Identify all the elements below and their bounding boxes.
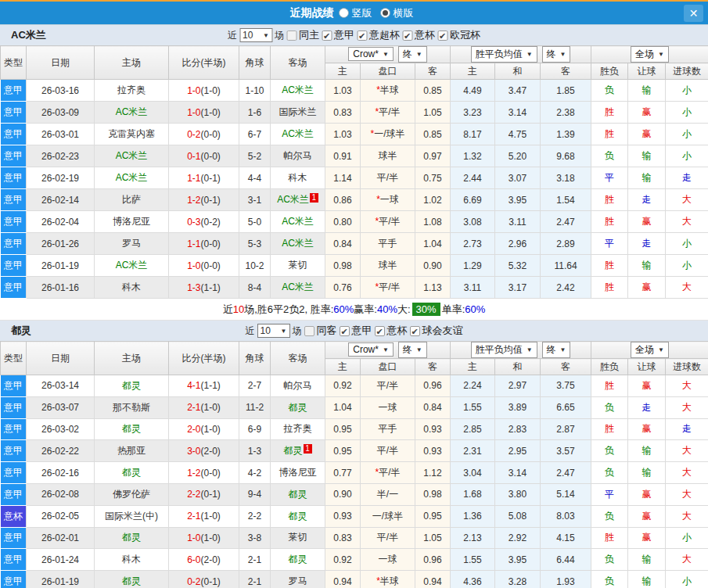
same-venue-checkbox[interactable] [286, 30, 296, 41]
team-link[interactable]: 帕尔马 [284, 380, 312, 391]
near-label: 近 [246, 324, 255, 338]
league-filter-checkbox[interactable]: ✔ [410, 326, 420, 336]
close-button[interactable]: ✕ [684, 5, 703, 22]
euro-avg-select-label: 胜平负均值 [476, 48, 523, 61]
asia-home-odds-cell: 0.92 [325, 549, 361, 571]
team-link[interactable]: 佛罗伦萨 [113, 489, 150, 500]
team-link[interactable]: 克雷莫内塞 [108, 128, 155, 139]
team-link[interactable]: 都灵 [289, 489, 307, 500]
league-filter-label[interactable]: 欧冠杯 [450, 28, 480, 42]
horizontal-layout-label[interactable]: 横版 [394, 6, 414, 20]
horizontal-layout-radio[interactable] [380, 8, 390, 18]
team-link[interactable]: 莱切 [289, 532, 307, 543]
team-link[interactable]: 都灵 [284, 445, 303, 456]
team-link[interactable]: 博洛尼亚 [279, 467, 317, 478]
team-link[interactable]: 都灵 [122, 380, 141, 391]
vertical-layout-radio[interactable] [339, 8, 349, 18]
team-link[interactable]: 科木 [289, 172, 307, 183]
team-link[interactable]: 都灵 [122, 423, 141, 434]
team-link[interactable]: 国际米兰(中) [105, 511, 158, 522]
goals-result-cell: 小 [666, 527, 708, 549]
bookmaker-select[interactable]: Crow*▼ [348, 47, 394, 61]
bookmaker-select[interactable]: Crow*▼ [348, 342, 394, 357]
euro-avg-select[interactable]: 胜平负均值▼ [471, 342, 537, 358]
euro-home-odds-cell: 4.49 [451, 80, 495, 102]
team-link[interactable]: AC米兰 [282, 238, 314, 249]
team-link[interactable]: 博洛尼亚 [113, 216, 150, 227]
team-link[interactable]: 科木 [122, 281, 141, 292]
team-link[interactable]: AC米兰 [282, 281, 314, 292]
league-filter-label[interactable]: 意甲 [352, 324, 372, 338]
chevron-down-icon: ▼ [416, 346, 422, 353]
asia-final-select[interactable]: 终▼ [398, 342, 427, 358]
team-link[interactable]: 都灵 [122, 575, 141, 586]
away-team-cell: AC米兰 [271, 124, 325, 145]
euro-draw-odds-cell: 3.95 [495, 549, 541, 571]
team-link[interactable]: 莱切 [289, 260, 307, 271]
team-link[interactable]: 都灵 [122, 467, 141, 478]
euro-final-select[interactable]: 终▼ [542, 342, 571, 358]
league-filter-label[interactable]: 意杯 [387, 324, 408, 338]
scope-select[interactable]: 全场▼ [631, 342, 669, 358]
vertical-layout-label[interactable]: 竖版 [352, 6, 372, 20]
table-header: 类型 日期 主场 比分(半场) 角球 客场 Crow*▼终▼ 胜平负均值▼终▼ … [1, 342, 708, 375]
league-filter-checkbox[interactable]: ✔ [340, 326, 350, 336]
date-cell: 26-02-14 [27, 189, 95, 211]
handicap-result-cell: 赢 [628, 418, 666, 440]
away-team-cell: 拉齐奥 [271, 418, 325, 440]
team-link[interactable]: 帕尔马 [284, 150, 312, 161]
league-filter-checkbox[interactable]: ✔ [375, 326, 385, 336]
league-filter-label[interactable]: 球会友谊 [422, 324, 463, 338]
team-link[interactable]: 罗马 [289, 575, 307, 586]
team-link[interactable]: AC米兰 [116, 150, 148, 161]
asia-away-odds-cell: 1.05 [415, 102, 451, 124]
league-filter-checkbox[interactable]: ✔ [357, 30, 367, 41]
team-link[interactable]: 都灵 [122, 532, 141, 543]
asia-home-odds-cell: 0.93 [325, 505, 361, 527]
halftime-score: (1-0) [201, 107, 221, 118]
match-count-select[interactable]: 10▼ [239, 28, 272, 42]
team-link[interactable]: 国际米兰 [279, 106, 317, 117]
asia-home-odds-cell: 0.92 [325, 375, 361, 397]
team-link[interactable]: 都灵 [289, 554, 307, 565]
league-filter-checkbox[interactable]: ✔ [402, 30, 412, 41]
team-link[interactable]: 热那亚 [117, 445, 146, 456]
asia-home-odds-cell: 0.98 [325, 255, 361, 277]
scope-select[interactable]: 全场▼ [631, 46, 669, 63]
halftime-score: (0-0) [201, 468, 221, 479]
team-link[interactable]: 比萨 [122, 194, 141, 205]
same-venue-checkbox[interactable] [304, 326, 314, 336]
team-link[interactable]: 拉齐奥 [117, 84, 146, 95]
result-cell: 胜 [591, 124, 628, 145]
league-filter-checkbox[interactable]: ✔ [437, 30, 447, 41]
team-link[interactable]: AC米兰 [116, 106, 148, 117]
team-link[interactable]: 那不勒斯 [113, 402, 150, 413]
team-link[interactable]: AC米兰 [282, 216, 314, 227]
match-count-select[interactable]: 10▼ [257, 324, 290, 338]
asia-home-odds-cell: 0.90 [325, 483, 361, 505]
league-filter-label[interactable]: 意甲 [334, 28, 354, 42]
team-link[interactable]: 都灵 [289, 402, 307, 413]
team-link[interactable]: AC米兰 [116, 260, 148, 271]
team-link[interactable]: AC米兰 [116, 172, 148, 183]
team-link[interactable]: AC米兰 [282, 84, 314, 95]
star-marker: * [375, 216, 379, 227]
team-link[interactable]: 罗马 [122, 238, 141, 249]
asia-final-select[interactable]: 终▼ [398, 46, 427, 63]
match-row: 意甲 26-02-01 都灵 1-0(1-0) 3-8 莱切 0.83 平/半 … [1, 527, 708, 549]
same-venue-label[interactable]: 同主 [299, 28, 319, 42]
team-link[interactable]: AC米兰 [282, 128, 314, 139]
euro-final-select[interactable]: 终▼ [542, 46, 571, 63]
summary-text: 近 [223, 303, 233, 317]
league-filter-checkbox[interactable]: ✔ [322, 30, 332, 41]
team-link[interactable]: 拉齐奥 [284, 423, 312, 434]
league-filter-label[interactable]: 意杯 [415, 28, 435, 42]
euro-avg-select[interactable]: 胜平负均值▼ [471, 46, 537, 63]
team-link[interactable]: 科木 [122, 554, 141, 565]
fulltime-score: 6-0 [187, 554, 200, 565]
league-filter-label[interactable]: 意超杯 [369, 28, 400, 42]
team-link[interactable]: 都灵 [289, 511, 307, 522]
team-link[interactable]: AC米兰 [277, 194, 309, 205]
date-cell: 26-03-09 [27, 102, 95, 124]
same-venue-label[interactable]: 同客 [317, 324, 337, 338]
